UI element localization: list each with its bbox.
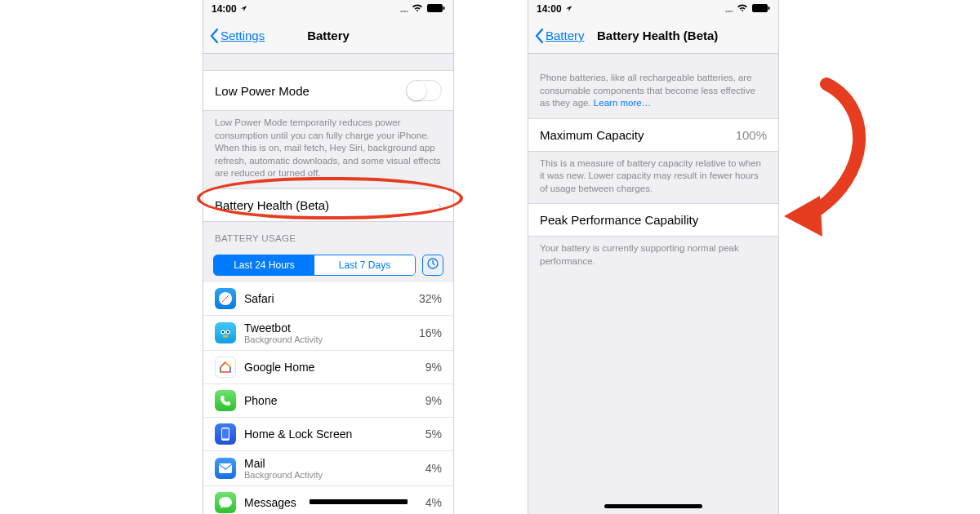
app-row-tweetbot[interactable]: TweetbotBackground Activity 16% <box>203 316 453 351</box>
status-bar: 14:00 .... <box>528 0 778 18</box>
svg-rect-10 <box>223 335 228 338</box>
clock-icon <box>427 258 439 272</box>
peak-performance-row: Peak Performance Capability <box>528 203 778 237</box>
annotation-arrow <box>777 78 884 241</box>
battery-health-label: Battery Health (Beta) <box>215 198 329 212</box>
back-button[interactable]: Battery <box>535 29 585 43</box>
intro-text: Phone batteries, like all rechargeable b… <box>528 54 778 118</box>
wifi-icon <box>737 3 748 15</box>
mail-icon <box>215 458 236 479</box>
max-capacity-desc: This is a measure of battery capacity re… <box>528 152 778 204</box>
safari-icon <box>215 288 236 309</box>
home-lock-icon <box>215 423 236 445</box>
app-percent: 5% <box>425 428 442 441</box>
app-row-mail[interactable]: MailBackground Activity 4% <box>203 451 453 486</box>
svg-rect-12 <box>222 428 229 438</box>
app-name: Phone <box>244 394 417 407</box>
svg-rect-13 <box>219 463 232 473</box>
peak-performance-desc: Your battery is currently supporting nor… <box>528 237 778 276</box>
low-power-mode-toggle[interactable] <box>406 80 442 101</box>
location-icon <box>565 3 572 15</box>
app-row-safari[interactable]: Safari 32% <box>203 282 453 316</box>
max-capacity-value: 100% <box>736 128 767 142</box>
nav-bar: Battery Battery Health (Beta) <box>528 18 778 54</box>
redaction-bar <box>310 499 408 504</box>
battery-icon <box>427 3 445 15</box>
battery-usage-header: BATTERY USAGE <box>203 222 453 248</box>
app-percent: 16% <box>419 326 442 339</box>
back-label: Settings <box>220 29 265 42</box>
segment-last-7d[interactable]: Last 7 Days <box>314 255 415 275</box>
svg-point-8 <box>222 330 224 332</box>
peak-performance-label: Peak Performance Capability <box>540 213 698 227</box>
location-icon <box>240 3 247 15</box>
app-row-googlehome[interactable]: Google Home 9% <box>203 351 453 384</box>
app-percent: 4% <box>425 462 442 475</box>
phone-icon <box>215 390 236 411</box>
wifi-icon <box>412 3 423 15</box>
back-button[interactable]: Settings <box>210 29 265 43</box>
cellular-dots-icon: .... <box>400 3 408 15</box>
app-name: Home & Lock Screen <box>244 428 417 441</box>
messages-icon <box>215 492 236 513</box>
max-capacity-row: Maximum Capacity 100% <box>528 118 778 152</box>
app-percent: 9% <box>425 394 442 407</box>
app-name: Tweetbot <box>244 321 411 335</box>
svg-marker-17 <box>784 196 822 237</box>
battery-health-screen: 14:00 .... Battery Battery Health (Beta)… <box>528 0 779 514</box>
max-capacity-label: Maximum Capacity <box>540 128 644 142</box>
nav-bar: Settings Battery <box>203 18 453 54</box>
low-power-mode-label: Low Power Mode <box>215 84 310 98</box>
low-power-mode-row: Low Power Mode <box>203 70 453 111</box>
usage-segment-row: Last 24 Hours Last 7 Days <box>203 248 453 282</box>
svg-rect-0 <box>427 4 443 12</box>
app-name: Mail <box>244 457 417 470</box>
status-time-text: 14:00 <box>537 3 562 15</box>
tweetbot-icon <box>215 322 236 343</box>
app-row-phone[interactable]: Phone 9% <box>203 384 453 418</box>
svg-rect-15 <box>752 4 768 12</box>
status-time: 14:00 <box>212 3 247 15</box>
cellular-dots-icon: .... <box>725 3 733 15</box>
svg-rect-1 <box>443 7 445 10</box>
status-time-text: 14:00 <box>212 3 237 15</box>
app-percent: 32% <box>419 292 442 305</box>
battery-icon <box>752 3 770 15</box>
segment-last-24h[interactable]: Last 24 Hours <box>214 255 314 275</box>
back-label: Battery <box>546 29 585 42</box>
app-sub: Background Activity <box>244 335 411 344</box>
status-bar: 14:00 .... <box>203 0 453 18</box>
app-sub: Background Activity <box>244 470 417 480</box>
app-percent: 9% <box>425 361 442 374</box>
home-indicator[interactable] <box>604 504 702 508</box>
usage-segmented-control[interactable]: Last 24 Hours Last 7 Days <box>213 255 416 276</box>
googlehome-icon <box>215 357 236 378</box>
clock-button[interactable] <box>422 255 443 276</box>
battery-health-row[interactable]: Battery Health (Beta) › <box>203 188 453 222</box>
app-row-homelock[interactable]: Home & Lock Screen 5% <box>203 418 453 451</box>
app-percent: 4% <box>425 496 442 509</box>
svg-rect-16 <box>768 7 770 10</box>
svg-point-9 <box>227 330 229 332</box>
app-name: Google Home <box>244 361 417 374</box>
app-name: Safari <box>244 292 411 305</box>
chevron-right-icon: › <box>438 198 442 212</box>
low-power-mode-desc: Low Power Mode temporarily reduces power… <box>203 111 453 188</box>
battery-settings-screen: 14:00 .... Settings Battery Low Power Mo… <box>203 0 454 514</box>
learn-more-link[interactable]: Learn more… <box>594 98 651 108</box>
